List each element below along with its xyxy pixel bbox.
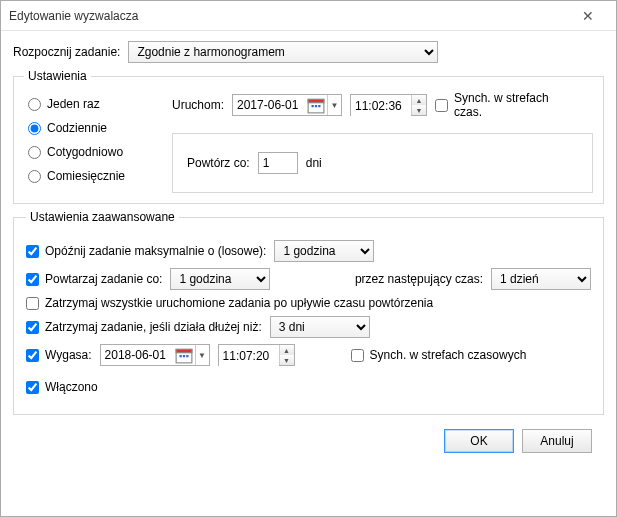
begin-task-row: Rozpocznij zadanie: Zgodnie z harmonogra…: [13, 41, 604, 63]
dialog-window: Edytowanie wyzwalacza ✕ Rozpocznij zadan…: [0, 0, 617, 517]
expire-time-spinner[interactable]: ▲▼: [218, 344, 295, 366]
expire-checkbox[interactable]: Wygasa:: [26, 348, 92, 362]
recur-value-input[interactable]: [258, 152, 298, 174]
recur-label: Powtórz co:: [187, 156, 250, 170]
svg-rect-6: [176, 349, 192, 352]
recur-box: Powtórz co: dni: [172, 133, 593, 193]
sync-timezone-input[interactable]: [435, 99, 448, 112]
start-date-input[interactable]: [233, 95, 305, 115]
advanced-group: Ustawienia zaawansowane Opóźnij zadanie …: [13, 210, 604, 415]
svg-rect-2: [312, 105, 314, 107]
expire-checkbox-input[interactable]: [26, 349, 39, 362]
schedule-details: Uruchom: ▼ ▲▼: [172, 91, 593, 193]
titlebar: Edytowanie wyzwalacza ✕: [1, 1, 616, 31]
radio-weekly[interactable]: Cotygodniowo: [28, 145, 154, 159]
calendar-icon: [175, 346, 193, 364]
begin-task-label: Rozpocznij zadanie:: [13, 45, 120, 59]
ok-button[interactable]: OK: [444, 429, 514, 453]
advanced-legend: Ustawienia zaawansowane: [26, 210, 179, 224]
repeat-checkbox-input[interactable]: [26, 273, 39, 286]
radio-once-input[interactable]: [28, 98, 41, 111]
start-label: Uruchom:: [172, 98, 224, 112]
delay-checkbox-input[interactable]: [26, 245, 39, 258]
radio-daily-input[interactable]: [28, 122, 41, 135]
start-time-input[interactable]: [351, 95, 411, 117]
stop-if-select[interactable]: 3 dni: [270, 316, 370, 338]
enabled-checkbox[interactable]: Włączono: [26, 380, 98, 394]
spin-down-icon[interactable]: ▼: [412, 105, 426, 115]
svg-rect-4: [318, 105, 320, 107]
expire-date-input[interactable]: [101, 345, 173, 365]
calendar-icon: [307, 96, 325, 114]
window-title: Edytowanie wyzwalacza: [9, 9, 568, 23]
stop-if-checkbox[interactable]: Zatrzymaj zadanie, jeśli działa dłużej n…: [26, 320, 262, 334]
expire-sync-checkbox[interactable]: Synch. w strefach czasowych: [351, 348, 527, 362]
dialog-footer: OK Anuluj: [13, 421, 604, 465]
close-icon[interactable]: ✕: [568, 8, 608, 24]
begin-task-select[interactable]: Zgodnie z harmonogramem: [128, 41, 438, 63]
repeat-checkbox[interactable]: Powtarzaj zadanie co:: [26, 272, 162, 286]
spin-down-icon[interactable]: ▼: [280, 355, 294, 365]
expire-time-input[interactable]: [219, 345, 279, 367]
chevron-down-icon[interactable]: ▼: [327, 95, 341, 115]
svg-rect-9: [186, 355, 188, 357]
delay-checkbox[interactable]: Opóźnij zadanie maksymalnie o (losowe):: [26, 244, 266, 258]
svg-rect-3: [315, 105, 317, 107]
delay-select[interactable]: 1 godzina: [274, 240, 374, 262]
stop-all-checkbox-input[interactable]: [26, 297, 39, 310]
content-area: Rozpocznij zadanie: Zgodnie z harmonogra…: [1, 31, 616, 516]
duration-label: przez następujący czas:: [355, 272, 483, 286]
radio-monthly[interactable]: Comiesięcznie: [28, 169, 154, 183]
svg-rect-8: [182, 355, 184, 357]
repeat-select[interactable]: 1 godzina: [170, 268, 270, 290]
settings-group: Ustawienia Jeden raz Codziennie Cotygodn…: [13, 69, 604, 204]
expire-date-picker[interactable]: ▼: [100, 344, 210, 366]
stop-if-checkbox-input[interactable]: [26, 321, 39, 334]
sync-timezone-checkbox[interactable]: Synch. w strefach czas.: [435, 91, 564, 119]
chevron-down-icon[interactable]: ▼: [195, 345, 209, 365]
radio-once[interactable]: Jeden raz: [28, 97, 154, 111]
radio-weekly-input[interactable]: [28, 146, 41, 159]
radio-daily[interactable]: Codziennie: [28, 121, 154, 135]
recur-unit: dni: [306, 156, 322, 170]
cancel-button[interactable]: Anuluj: [522, 429, 592, 453]
spin-up-icon[interactable]: ▲: [280, 345, 294, 355]
svg-rect-1: [308, 99, 324, 102]
spin-up-icon[interactable]: ▲: [412, 95, 426, 105]
schedule-radio-group: Jeden raz Codziennie Cotygodniowo Comies…: [24, 91, 154, 193]
duration-select[interactable]: 1 dzień: [491, 268, 591, 290]
start-time-spinner[interactable]: ▲▼: [350, 94, 427, 116]
settings-legend: Ustawienia: [24, 69, 91, 83]
radio-monthly-input[interactable]: [28, 170, 41, 183]
start-date-picker[interactable]: ▼: [232, 94, 342, 116]
enabled-checkbox-input[interactable]: [26, 381, 39, 394]
stop-all-checkbox[interactable]: Zatrzymaj wszystkie uruchomione zadania …: [26, 296, 433, 310]
expire-sync-checkbox-input[interactable]: [351, 349, 364, 362]
svg-rect-7: [179, 355, 181, 357]
advanced-section: Ustawienia zaawansowane Opóźnij zadanie …: [13, 210, 604, 415]
